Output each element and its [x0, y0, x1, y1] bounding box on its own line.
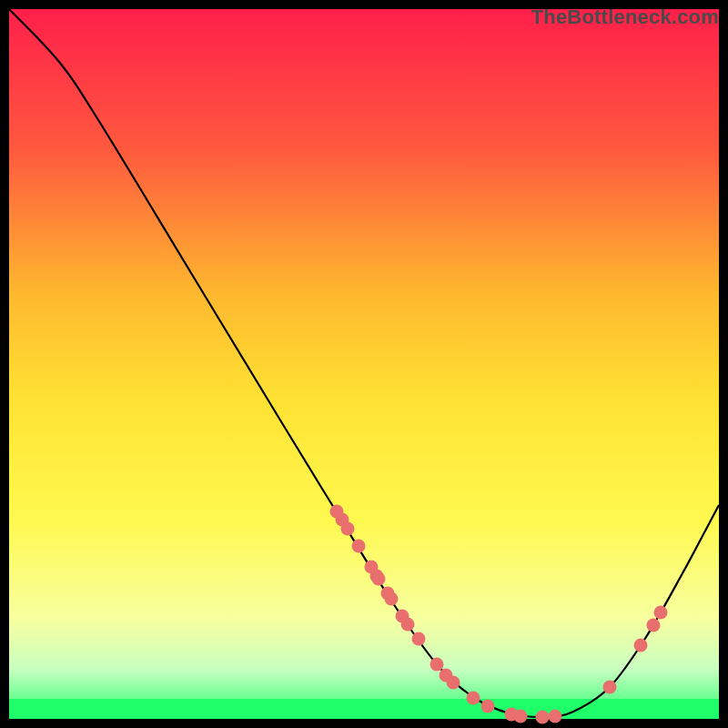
safe-zone-band	[9, 699, 719, 719]
data-point	[603, 681, 617, 694]
data-point	[549, 710, 562, 723]
bottleneck-chart	[0, 0, 728, 728]
data-point	[341, 522, 355, 536]
data-point	[412, 632, 426, 646]
data-point	[352, 540, 366, 553]
data-point	[536, 711, 550, 724]
data-point	[467, 692, 480, 705]
data-point	[385, 592, 399, 606]
watermark-text: TheBottleneck.com	[531, 5, 719, 29]
data-point	[514, 710, 528, 723]
data-point	[654, 606, 668, 620]
plot-area	[9, 9, 719, 719]
data-point	[372, 572, 386, 586]
data-point	[447, 676, 460, 690]
data-point	[430, 658, 444, 672]
data-point	[481, 700, 495, 713]
data-point	[634, 639, 648, 652]
data-point	[647, 619, 661, 632]
data-point	[401, 618, 415, 632]
